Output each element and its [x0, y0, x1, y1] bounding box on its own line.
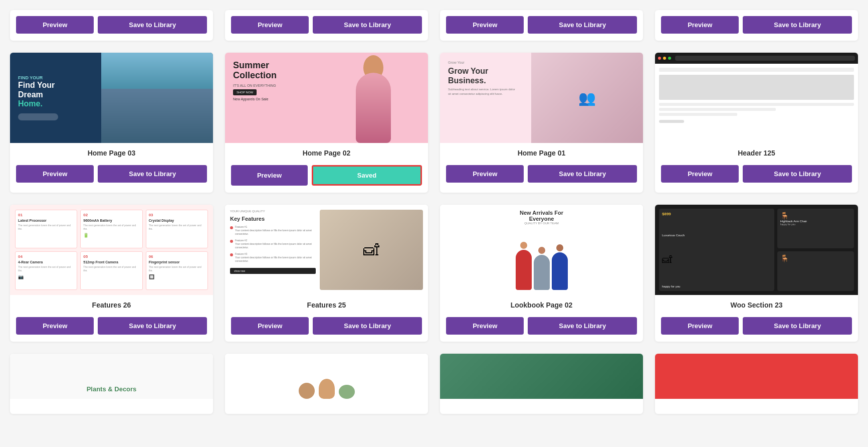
- hp03-heading: Find YourDream: [18, 80, 55, 99]
- card-plants: Plants & Decors: [10, 354, 213, 414]
- card-hp02-actions: Preview Saved: [225, 165, 428, 193]
- f25-preview-button[interactable]: Preview: [231, 317, 309, 335]
- save-to-library-button[interactable]: Save to Library: [528, 16, 637, 34]
- card-team: [225, 354, 428, 414]
- hp03-label: FIND YOUR: [18, 75, 43, 80]
- hp02-model: [323, 53, 424, 143]
- woo23-side-product-1: 🪑 Highback Arm Chair happy for you: [777, 209, 854, 248]
- card-hp01: Grow Your Grow YourBusiness. Subheading …: [440, 53, 643, 193]
- card-f25: YOUR UNIQUE QUALITY Key Features Feature…: [225, 205, 428, 342]
- f26-feat-3: 03 Crystal Display The next generation l…: [146, 210, 208, 248]
- hp02-saved-button[interactable]: Saved: [312, 165, 422, 186]
- hp03-house-image: [101, 53, 213, 143]
- card-h125-actions: Preview Save to Library: [655, 165, 858, 190]
- card-team-image: [225, 354, 428, 399]
- hp01-meeting-image: 👥: [531, 53, 643, 143]
- hp01-heading: Grow YourBusiness.: [448, 66, 488, 85]
- card-hp03-body: Home Page 03: [10, 143, 213, 165]
- h125-dot-red: [658, 57, 661, 60]
- preview-button[interactable]: Preview: [661, 16, 739, 34]
- card-hp03-image: FIND YOUR Find YourDream Home.: [10, 53, 213, 143]
- plants-title: Plants & Decors: [87, 385, 137, 393]
- f26-feat-6: 06 Fingerprint sensor The next generatio…: [146, 251, 208, 290]
- card-h125-body: Header 125: [655, 143, 858, 165]
- h125-nav-line: [659, 68, 854, 72]
- preview-button[interactable]: Preview: [446, 16, 524, 34]
- f26-feat-1: 01 Latest Processor The next generation …: [15, 210, 77, 248]
- lb02-save-button[interactable]: Save to Library: [528, 317, 637, 335]
- hp03-subheading: Home.: [18, 99, 43, 108]
- card-lb02-actions: Preview Save to Library: [440, 317, 643, 342]
- f25-right: 🛋: [320, 210, 423, 290]
- card-hp01-body: Home Page 01: [440, 143, 643, 165]
- h125-preview-button[interactable]: Preview: [661, 165, 739, 183]
- hp01-preview-button[interactable]: Preview: [446, 165, 524, 183]
- lb02-model-3: [552, 244, 568, 290]
- card-f25-body: Features 25: [225, 295, 428, 317]
- hp03-preview-button[interactable]: Preview: [16, 165, 94, 183]
- f26-feat-4: 04 4-Rear Camera The next generation lor…: [15, 251, 77, 290]
- card-green-image: [440, 354, 643, 399]
- f25-feat-3: Feature #3Your content description follo…: [230, 252, 316, 263]
- card-hp02-image: SummerCollection IT'S ALL ON EVERYTHING …: [225, 53, 428, 143]
- card-f26-body: Features 26: [10, 295, 213, 317]
- woo23-side-product-2: 🪑: [777, 251, 854, 291]
- hp02-preview-button[interactable]: Preview: [231, 165, 308, 186]
- f25-save-button[interactable]: Save to Library: [313, 317, 422, 335]
- f25-room-image: 🛋: [320, 210, 423, 290]
- card-woo23: $899 Luxurious Couch 🛋 happy for you 🪑 H…: [655, 205, 858, 342]
- card-f25-actions: Preview Save to Library: [225, 317, 428, 342]
- card-hp01-actions: Preview Save to Library: [440, 165, 643, 190]
- lb02-models: [445, 229, 638, 290]
- lb02-top: New Arrivals ForEveryone QUALITY BY OUR …: [445, 210, 638, 225]
- card-f26-actions: Preview Save to Library: [10, 317, 213, 342]
- card-f25-title: Features 25: [231, 301, 422, 309]
- hp02-btn: SHOP NOW: [233, 89, 257, 95]
- card-hp03-title: Home Page 03: [16, 149, 207, 157]
- red-thumb: [655, 354, 858, 399]
- card-f26-image: 01 Latest Processor The next generation …: [10, 205, 213, 295]
- preview-button[interactable]: Preview: [16, 16, 94, 34]
- h125-dot-green: [668, 57, 671, 60]
- woo23-preview-button[interactable]: Preview: [661, 317, 739, 335]
- card-hp02-title: Home Page 02: [231, 149, 422, 157]
- hp01-people-icon: 👥: [578, 90, 596, 106]
- card-woo23-actions: Preview Save to Library: [655, 317, 858, 342]
- h125-content-lines: [659, 103, 854, 116]
- hp02-sub: IT'S ALL ON EVERYTHING: [233, 84, 276, 87]
- hp02-heading: SummerCollection: [233, 61, 277, 81]
- h125-save-button[interactable]: Save to Library: [743, 165, 852, 183]
- card-lb02-body: Lookbook Page 02: [440, 295, 643, 317]
- h125-line-2: [659, 108, 776, 111]
- h125-hero: [659, 75, 854, 100]
- hp02-sale: New Apparels On Sale: [233, 97, 268, 101]
- h125-browser-bar: [655, 53, 858, 64]
- card-f26: 01 Latest Processor The next generation …: [10, 205, 213, 342]
- lb02-preview-button[interactable]: Preview: [446, 317, 524, 335]
- woo23-save-button[interactable]: Save to Library: [743, 317, 852, 335]
- save-to-library-button[interactable]: Save to Library: [743, 16, 852, 34]
- preview-button[interactable]: Preview: [231, 16, 309, 34]
- card-woo23-body: Woo Section 23: [655, 295, 858, 317]
- h125-page-content: [655, 64, 858, 143]
- card-hp02: SummerCollection IT'S ALL ON EVERYTHING …: [225, 53, 428, 193]
- card-hp03-actions: Preview Save to Library: [10, 165, 213, 190]
- hp03-save-button[interactable]: Save to Library: [98, 165, 207, 183]
- hp01-save-button[interactable]: Save to Library: [528, 165, 637, 183]
- team-faces: [299, 379, 355, 399]
- card-woo23-image: $899 Luxurious Couch 🛋 happy for you 🪑 H…: [655, 205, 858, 295]
- card-red: [655, 354, 858, 414]
- f26-save-button[interactable]: Save to Library: [98, 317, 207, 335]
- card-hp03: FIND YOUR Find YourDream Home. Home Page…: [10, 53, 213, 193]
- save-to-library-button[interactable]: Save to Library: [313, 16, 422, 34]
- h125-bar: [659, 120, 684, 123]
- save-to-library-button[interactable]: Save to Library: [98, 16, 207, 34]
- h125-line-3: [659, 113, 737, 116]
- woo23-main-product: $899 Luxurious Couch 🛋 happy for you: [659, 209, 774, 291]
- card-top-2: Preview Save to Library: [225, 10, 428, 41]
- card-hp01-title: Home Page 01: [446, 149, 637, 157]
- card-hp02-body: Home Page 02: [225, 143, 428, 165]
- f26-preview-button[interactable]: Preview: [16, 317, 94, 335]
- f26-feat-2: 02 9600mAh Battery The next generation l…: [80, 210, 142, 248]
- card-f25-image: YOUR UNIQUE QUALITY Key Features Feature…: [225, 205, 428, 295]
